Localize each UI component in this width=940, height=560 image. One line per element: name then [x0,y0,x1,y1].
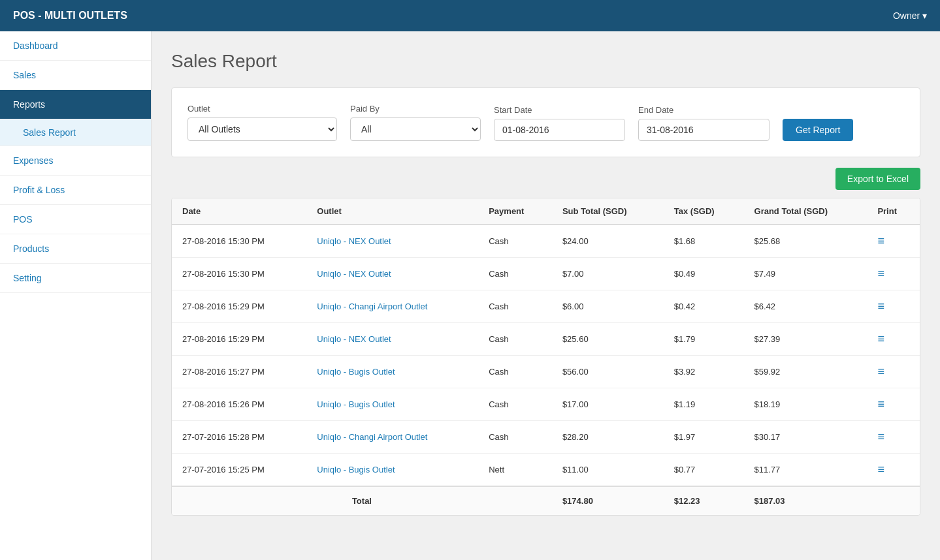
cell-grand-total: $6.42 [744,290,867,323]
col-print: Print [867,198,920,225]
cell-print[interactable]: ≡ [867,388,920,421]
cell-tax: $1.97 [664,421,744,454]
total-sub-total: $174.80 [552,486,664,515]
col-grand-total: Grand Total (SGD) [744,198,867,225]
user-menu[interactable]: Owner [893,10,927,21]
table-row: 27-07-2016 15:25 PM Uniqlo - Bugis Outle… [172,454,920,487]
cell-grand-total: $30.17 [744,421,867,454]
cell-payment: Cash [478,356,552,388]
sidebar-item-sales[interactable]: Sales [0,61,151,90]
print-icon[interactable]: ≡ [877,397,884,411]
total-grand-total: $187.03 [744,486,867,515]
total-label: Total [172,486,552,515]
total-print-empty [867,486,920,515]
print-icon[interactable]: ≡ [877,234,884,247]
col-outlet: Outlet [306,198,478,225]
outlet-label: Outlet [187,104,337,114]
cell-print[interactable]: ≡ [867,421,920,454]
cell-grand-total: $18.19 [744,388,867,421]
cell-sub-total: $56.00 [552,356,664,388]
cell-date: 27-08-2016 15:27 PM [172,356,306,388]
cell-sub-total: $11.00 [552,454,664,487]
sidebar-item-setting[interactable]: Setting [0,264,151,293]
table-row: 27-07-2016 15:28 PM Uniqlo - Changi Airp… [172,421,920,454]
cell-outlet: Uniqlo - Changi Airport Outlet [306,290,478,323]
table-row: 27-08-2016 15:27 PM Uniqlo - Bugis Outle… [172,356,920,388]
col-sub-total: Sub Total (SGD) [552,198,664,225]
sidebar-item-expenses[interactable]: Expenses [0,146,151,176]
cell-date: 27-08-2016 15:29 PM [172,290,306,323]
cell-tax: $0.77 [664,454,744,487]
outlet-select[interactable]: All Outlets Uniqlo - NEX Outlet Uniqlo -… [187,117,337,141]
cell-print[interactable]: ≡ [867,323,920,356]
cell-date: 27-07-2016 15:25 PM [172,454,306,487]
cell-sub-total: $28.20 [552,421,664,454]
sidebar-item-products[interactable]: Products [0,234,151,264]
cell-grand-total: $11.77 [744,454,867,487]
cell-payment: Cash [478,323,552,356]
cell-tax: $0.42 [664,290,744,323]
cell-sub-total: $17.00 [552,388,664,421]
outlet-filter-group: Outlet All Outlets Uniqlo - NEX Outlet U… [187,104,337,141]
col-date: Date [172,198,306,225]
cell-sub-total: $6.00 [552,290,664,323]
cell-print[interactable]: ≡ [867,225,920,258]
cell-tax: $1.19 [664,388,744,421]
print-icon[interactable]: ≡ [877,300,884,313]
sales-table: Date Outlet Payment Sub Total (SGD) Tax … [172,198,920,515]
cell-outlet: Uniqlo - NEX Outlet [306,323,478,356]
table-card: Date Outlet Payment Sub Total (SGD) Tax … [171,198,920,516]
cell-outlet: Uniqlo - Bugis Outlet [306,454,478,487]
cell-sub-total: $7.00 [552,258,664,290]
cell-tax: $3.92 [664,356,744,388]
filter-card: Outlet All Outlets Uniqlo - NEX Outlet U… [171,87,920,157]
table-row: 27-08-2016 15:29 PM Uniqlo - Changi Airp… [172,290,920,323]
cell-date: 27-07-2016 15:28 PM [172,421,306,454]
sidebar-item-sales-report[interactable]: Sales Report [0,119,151,146]
sidebar: Dashboard Sales Reports Sales Report Exp… [0,31,152,560]
col-payment: Payment [478,198,552,225]
cell-print[interactable]: ≡ [867,454,920,487]
sidebar-item-pos[interactable]: POS [0,205,151,234]
export-excel-button[interactable]: Export to Excel [835,168,920,190]
table-row: 27-08-2016 15:29 PM Uniqlo - NEX Outlet … [172,323,920,356]
paid-by-label: Paid By [350,104,481,114]
cell-date: 27-08-2016 15:30 PM [172,225,306,258]
print-icon[interactable]: ≡ [877,267,884,280]
end-date-label: End Date [638,105,770,115]
print-icon[interactable]: ≡ [877,332,884,345]
cell-outlet: Uniqlo - NEX Outlet [306,225,478,258]
paid-by-select[interactable]: All Cash Nett Card [350,117,481,141]
cell-outlet: Uniqlo - Changi Airport Outlet [306,421,478,454]
print-icon[interactable]: ≡ [877,430,884,443]
cell-payment: Cash [478,258,552,290]
cell-grand-total: $7.49 [744,258,867,290]
total-tax: $12.23 [664,486,744,515]
start-date-filter-group: Start Date [494,105,625,141]
cell-grand-total: $59.92 [744,356,867,388]
sidebar-item-dashboard[interactable]: Dashboard [0,31,151,61]
cell-print[interactable]: ≡ [867,356,920,388]
cell-grand-total: $27.39 [744,323,867,356]
cell-outlet: Uniqlo - Bugis Outlet [306,356,478,388]
cell-date: 27-08-2016 15:26 PM [172,388,306,421]
cell-payment: Cash [478,421,552,454]
cell-print[interactable]: ≡ [867,258,920,290]
cell-print[interactable]: ≡ [867,290,920,323]
sidebar-item-profit-loss[interactable]: Profit & Loss [0,176,151,205]
cell-payment: Cash [478,225,552,258]
end-date-filter-group: End Date [638,105,770,141]
table-row: 27-08-2016 15:30 PM Uniqlo - NEX Outlet … [172,225,920,258]
print-icon[interactable]: ≡ [877,365,884,378]
get-report-button[interactable]: Get Report [783,119,853,141]
print-icon[interactable]: ≡ [877,463,884,476]
cell-tax: $1.68 [664,225,744,258]
end-date-input[interactable] [638,119,770,141]
topbar: POS - MULTI OUTLETS Owner [0,0,940,31]
paid-by-filter-group: Paid By All Cash Nett Card [350,104,481,141]
sidebar-item-reports[interactable]: Reports [0,90,151,119]
cell-payment: Cash [478,388,552,421]
start-date-input[interactable] [494,119,625,141]
page-title: Sales Report [171,51,920,72]
cell-outlet: Uniqlo - Bugis Outlet [306,388,478,421]
